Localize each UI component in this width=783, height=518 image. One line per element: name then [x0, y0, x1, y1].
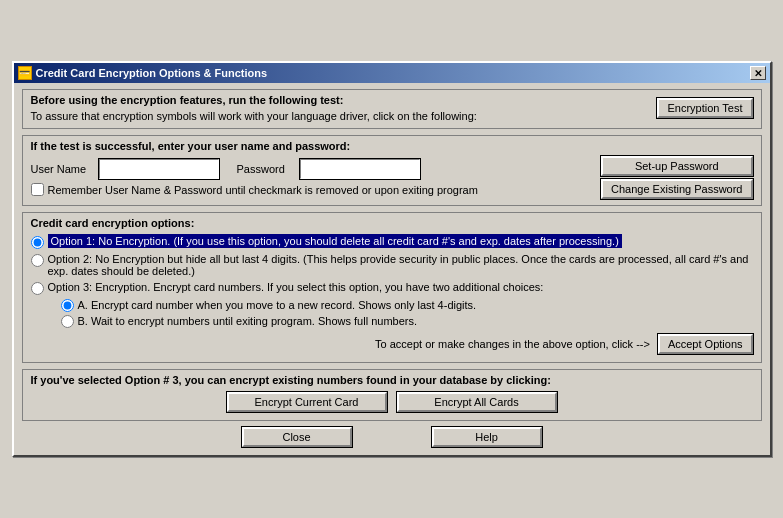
- option2-text: Option 2: No Encryption but hide all but…: [48, 253, 753, 277]
- close-button[interactable]: Close: [242, 427, 352, 447]
- window-title: Credit Card Encryption Options & Functio…: [36, 67, 268, 79]
- password-label: Password: [237, 163, 292, 175]
- option2-radio[interactable]: [31, 254, 44, 267]
- setup-password-button[interactable]: Set-up Password: [601, 156, 752, 176]
- section3-title: Credit card encryption options:: [31, 217, 753, 229]
- option1-highlight: Option 1: No Encryption. (If you use thi…: [48, 234, 622, 248]
- username-label: User Name: [31, 163, 91, 175]
- section2-title: If the test is successful, enter your us…: [31, 140, 753, 152]
- accept-label: To accept or make changes in the above o…: [375, 338, 650, 350]
- option3-radio[interactable]: [31, 282, 44, 295]
- sub-option-b-radio[interactable]: [61, 315, 74, 328]
- encryption-options-section: Credit card encryption options: Option 1…: [22, 212, 762, 363]
- password-input[interactable]: [300, 159, 420, 179]
- encrypt-current-button[interactable]: Encrypt Current Card: [227, 392, 387, 412]
- window-icon: 💳: [18, 66, 32, 80]
- remember-label: Remember User Name & Password until chec…: [48, 184, 478, 196]
- option1-text: Option 1: No Encryption. (If you use thi…: [48, 235, 622, 247]
- close-window-button[interactable]: ✕: [750, 66, 766, 80]
- help-button[interactable]: Help: [432, 427, 542, 447]
- accept-options-button[interactable]: Accept Options: [658, 334, 753, 354]
- encryption-test-button[interactable]: Encryption Test: [657, 98, 752, 118]
- section4-title: If you've selected Option # 3, you can e…: [31, 374, 753, 386]
- main-window: 💳 Credit Card Encryption Options & Funct…: [12, 61, 772, 457]
- encryption-test-section: Before using the encryption features, ru…: [22, 89, 762, 129]
- option1-radio[interactable]: [31, 236, 44, 249]
- section1-title: Before using the encryption features, ru…: [31, 94, 477, 106]
- remember-checkbox[interactable]: [31, 183, 44, 196]
- credentials-section: If the test is successful, enter your us…: [22, 135, 762, 206]
- sub-option-a-text: A. Encrypt card number when you move to …: [78, 299, 477, 311]
- encrypt-all-button[interactable]: Encrypt All Cards: [397, 392, 557, 412]
- option3-text: Option 3: Encryption. Encrypt card numbe…: [48, 281, 544, 293]
- section1-description: To assure that encryption symbols will w…: [31, 110, 477, 122]
- change-password-button[interactable]: Change Existing Password: [601, 179, 752, 199]
- bottom-buttons-area: Close Help: [22, 427, 762, 447]
- sub-option-b-text: B. Wait to encrypt numbers until exiting…: [78, 315, 418, 327]
- title-bar: 💳 Credit Card Encryption Options & Funct…: [14, 63, 770, 83]
- encrypt-existing-section: If you've selected Option # 3, you can e…: [22, 369, 762, 421]
- username-input[interactable]: [99, 159, 219, 179]
- sub-option-a-radio[interactable]: [61, 299, 74, 312]
